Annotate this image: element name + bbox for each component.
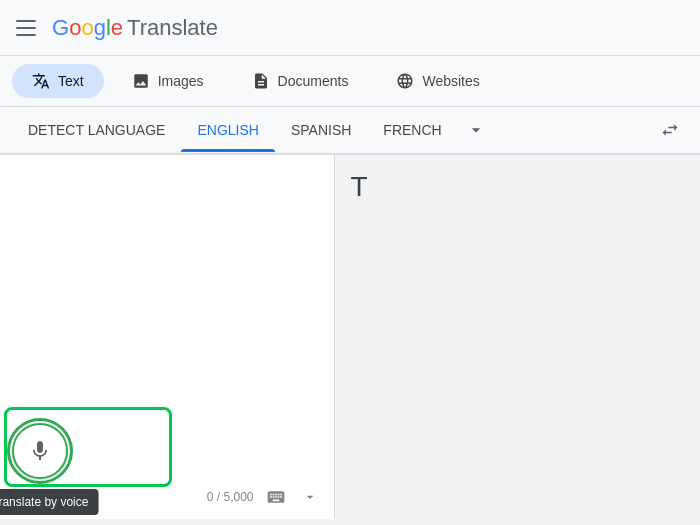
lang-detect[interactable]: DETECT LANGUAGE (12, 110, 181, 150)
keyboard-button[interactable] (262, 483, 290, 511)
image-icon (132, 72, 150, 90)
voice-translate-button[interactable] (12, 423, 68, 479)
tab-websites-label: Websites (422, 73, 479, 89)
chevron-down-icon (466, 120, 486, 140)
lang-french[interactable]: FRENCH (367, 110, 457, 150)
translation-output: T (351, 171, 685, 203)
swap-icon (660, 120, 680, 140)
char-count: 0 / 5,000 (207, 490, 254, 504)
target-panel: T (335, 155, 701, 519)
dropdown-arrow-icon (302, 489, 318, 505)
lang-spanish[interactable]: SPANISH (275, 110, 367, 150)
keyboard-icon (266, 487, 286, 507)
translate-icon (32, 72, 50, 90)
globe-icon (396, 72, 414, 90)
translate-wordmark: Translate (127, 15, 218, 41)
swap-languages-button[interactable] (652, 112, 688, 148)
tab-websites[interactable]: Websites (376, 64, 499, 98)
tab-text-label: Text (58, 73, 84, 89)
voice-button-container: Translate by voice (12, 423, 68, 479)
menu-button[interactable] (16, 20, 36, 36)
tab-documents[interactable]: Documents (232, 64, 369, 98)
source-panel: Translate by voice 0 / 5,000 (0, 155, 335, 519)
tab-images[interactable]: Images (112, 64, 224, 98)
main-content: Translate by voice 0 / 5,000 T (0, 155, 700, 519)
tab-images-label: Images (158, 73, 204, 89)
language-bar: DETECT LANGUAGE ENGLISH SPANISH FRENCH (0, 107, 700, 155)
tab-documents-label: Documents (278, 73, 349, 89)
mode-tab-bar: Text Images Documents Websites (0, 56, 700, 107)
app-logo: Google Translate (52, 15, 218, 41)
tab-text[interactable]: Text (12, 64, 104, 98)
voice-area: Translate by voice (12, 423, 68, 479)
lang-english[interactable]: ENGLISH (181, 110, 274, 150)
document-icon (252, 72, 270, 90)
app-header: Google Translate (0, 0, 700, 56)
source-bottom-bar: 0 / 5,000 (0, 475, 334, 519)
microphone-icon (28, 439, 52, 463)
language-more-button[interactable] (458, 112, 494, 148)
input-options-button[interactable] (298, 485, 322, 509)
google-wordmark: Google (52, 15, 123, 41)
